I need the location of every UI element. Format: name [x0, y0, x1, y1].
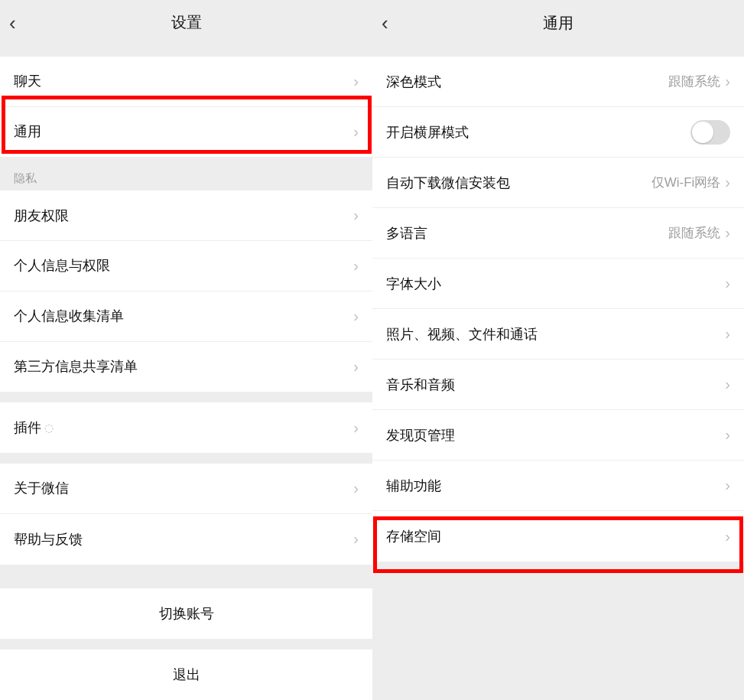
settings-panel: ‹ 设置 聊天 › 通用 › 隐私 朋友权限 › 个人信息与权限 › 个人信息收…: [0, 0, 372, 700]
row-label: 深色模式: [386, 73, 441, 91]
row-label: 个人信息与权限: [14, 256, 110, 275]
logout-button[interactable]: 退出: [0, 650, 372, 700]
row-label: 存储空间: [386, 527, 441, 545]
section-privacy: 隐私: [0, 157, 372, 190]
clock-icon: ◌: [44, 422, 54, 434]
row-value: 跟随系统: [668, 73, 720, 90]
row-font-size[interactable]: 字体大小 ›: [372, 259, 744, 309]
header: ‹ 设置: [0, 0, 372, 46]
row-label: 辅助功能: [386, 477, 441, 495]
page-title: 设置: [0, 12, 372, 33]
chevron-right-icon: ›: [725, 73, 730, 90]
row-label: 开启横屏模式: [386, 123, 469, 142]
chevron-right-icon: ›: [725, 426, 730, 444]
chevron-right-icon: ›: [353, 308, 359, 325]
row-discover[interactable]: 发现页管理 ›: [372, 410, 744, 461]
row-storage[interactable]: 存储空间 ›: [372, 511, 744, 562]
chevron-right-icon: ›: [725, 477, 730, 494]
row-label: 第三方信息共享清单: [14, 357, 138, 376]
gap: [0, 453, 372, 464]
back-icon[interactable]: ‹: [9, 11, 16, 34]
row-label: 发现页管理: [386, 426, 455, 444]
row-label: 关于微信: [14, 479, 69, 497]
row-dark-mode[interactable]: 深色模式 跟随系统 ›: [372, 57, 744, 107]
chevron-right-icon: ›: [725, 376, 730, 393]
row-label: 朋友权限: [14, 207, 69, 225]
chevron-right-icon: ›: [353, 358, 359, 376]
row-info-collection[interactable]: 个人信息收集清单 ›: [0, 291, 372, 342]
page-title: 通用: [372, 13, 744, 34]
row-label: 帮助与反馈: [14, 530, 83, 549]
row-third-party-share[interactable]: 第三方信息共享清单 ›: [0, 342, 372, 392]
row-label: 聊天: [14, 72, 41, 90]
header: ‹ 通用: [372, 0, 744, 46]
row-personal-info[interactable]: 个人信息与权限 ›: [0, 241, 372, 291]
gap: [0, 565, 372, 589]
row-label: 照片、视频、文件和通话: [386, 325, 538, 343]
chevron-right-icon: ›: [725, 275, 730, 292]
row-label: 个人信息收集清单: [14, 307, 124, 325]
gap: [0, 392, 372, 402]
chevron-right-icon: ›: [725, 224, 730, 242]
row-label: 插件: [14, 418, 41, 437]
row-plugins[interactable]: 插件 ◌ ›: [0, 402, 372, 453]
row-auto-download[interactable]: 自动下载微信安装包 仅Wi-Fi网络 ›: [372, 158, 744, 208]
row-label: 音乐和音频: [386, 376, 455, 394]
switch-account-button[interactable]: 切换账号: [0, 588, 372, 639]
row-chat[interactable]: 聊天 ›: [0, 57, 372, 107]
chevron-right-icon: ›: [725, 174, 730, 191]
row-about[interactable]: 关于微信 ›: [0, 464, 372, 514]
row-media[interactable]: 照片、视频、文件和通话 ›: [372, 309, 744, 360]
row-label: 字体大小: [386, 275, 441, 293]
toggle-knob: [692, 122, 713, 143]
row-help-feedback[interactable]: 帮助与反馈 ›: [0, 514, 372, 565]
chevron-right-icon: ›: [353, 419, 359, 437]
label-wrap: 插件 ◌: [14, 418, 54, 437]
toggle-switch[interactable]: [690, 120, 730, 145]
chevron-right-icon: ›: [725, 528, 730, 545]
chevron-right-icon: ›: [353, 207, 359, 224]
gap: [372, 46, 744, 57]
row-friends-permission[interactable]: 朋友权限 ›: [0, 190, 372, 241]
chevron-right-icon: ›: [353, 123, 359, 141]
row-landscape-mode[interactable]: 开启横屏模式: [372, 107, 744, 158]
row-language[interactable]: 多语言 跟随系统 ›: [372, 208, 744, 259]
chevron-right-icon: ›: [353, 480, 359, 497]
row-label: 多语言: [386, 224, 427, 243]
chevron-right-icon: ›: [353, 530, 359, 548]
row-general[interactable]: 通用 ›: [0, 107, 372, 158]
general-panel: ‹ 通用 深色模式 跟随系统 › 开启横屏模式 自动下载微信安装包 仅Wi-Fi…: [372, 0, 744, 700]
row-label: 通用: [14, 122, 41, 141]
chevron-right-icon: ›: [353, 257, 359, 275]
row-label: 切换账号: [159, 604, 214, 623]
row-value: 跟随系统: [668, 224, 720, 242]
chevron-right-icon: ›: [725, 325, 730, 343]
gap: [0, 46, 372, 57]
row-audio[interactable]: 音乐和音频 ›: [372, 360, 744, 410]
gap: [0, 639, 372, 650]
row-accessibility[interactable]: 辅助功能 ›: [372, 461, 744, 511]
chevron-right-icon: ›: [353, 73, 359, 90]
back-icon[interactable]: ‹: [382, 11, 388, 35]
row-label: 退出: [173, 666, 200, 684]
row-label: 自动下载微信安装包: [386, 174, 510, 192]
row-value: 仅Wi-Fi网络: [651, 174, 721, 191]
